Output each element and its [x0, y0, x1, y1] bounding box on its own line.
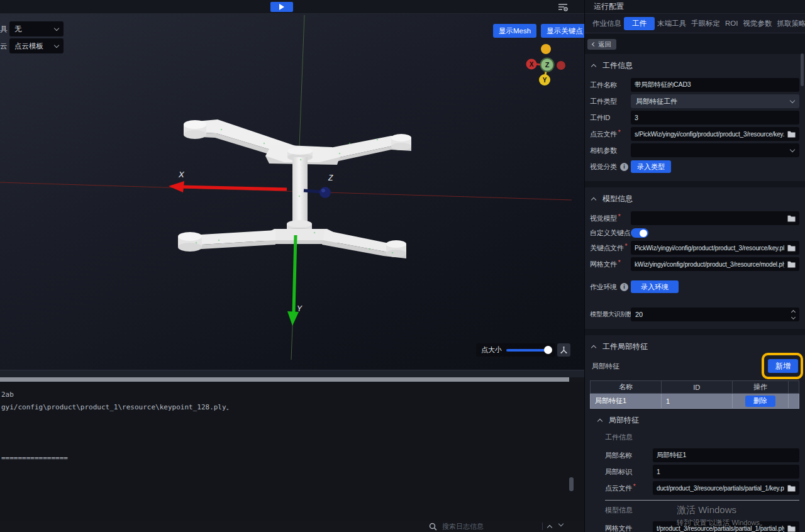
x-axis-line — [0, 182, 572, 200]
workpiece-name-input[interactable] — [631, 78, 799, 92]
search-next-icon[interactable] — [558, 521, 564, 526]
tab-job-info[interactable]: 作业信息 — [590, 17, 624, 30]
tab-hand-eye[interactable]: 手眼标定 — [689, 17, 723, 30]
col-header-name: 名称 — [591, 381, 662, 394]
search-prev-icon[interactable] — [547, 524, 552, 529]
config-panel: 运行配置 作业信息 工件 末端工具 手眼标定 ROI 视觉参数 抓取策略 返回 … — [585, 0, 805, 532]
slider-knob[interactable] — [544, 346, 552, 354]
point-size-label: 点大小 — [481, 345, 502, 355]
collapse-icon — [591, 64, 596, 69]
delete-button[interactable]: 删除 — [745, 396, 775, 407]
section-local-features: 工件局部特征 局部特征 新增 名称 ID 操作 局部 — [585, 335, 805, 532]
display-settings-icon[interactable] — [557, 3, 569, 12]
cell-name[interactable]: 局部特征1 — [591, 394, 662, 409]
cell-id[interactable]: 1 — [661, 394, 732, 409]
camera-params-select[interactable] — [631, 143, 799, 157]
tab-roi[interactable]: ROI — [723, 18, 740, 29]
tab-end-tool[interactable]: 末端工具 — [655, 17, 689, 30]
viewer-region: X Z Y X — [0, 0, 585, 532]
enter-type-button[interactable]: 录入类型 — [631, 160, 671, 173]
local-pointcloud-input[interactable] — [653, 481, 799, 495]
field-label: 工件类型 — [590, 97, 631, 106]
pointcloud-dropdown[interactable]: 点云模板 — [9, 38, 64, 53]
section-model-info: 模型信息 视觉模型 自定义关键点 关键点文件 — [585, 187, 805, 329]
show-mesh-button[interactable]: 显示Mesh — [493, 24, 536, 38]
field-label: 工件ID — [590, 113, 631, 123]
collapse-icon — [597, 419, 602, 424]
field-label: 工件名称 — [590, 80, 631, 90]
divider — [605, 500, 799, 501]
folder-icon[interactable] — [787, 261, 796, 268]
field-label: 视觉模型 — [590, 214, 631, 223]
local-name-input[interactable] — [653, 448, 799, 462]
log-output: 2ab gyi/config\product\product_1\resourc… — [0, 382, 584, 521]
table-row[interactable]: 局部特征1 1 删除 — [591, 394, 799, 409]
workpiece-type-select[interactable]: 局部特征工件 — [631, 94, 799, 108]
info-icon[interactable]: i — [620, 283, 628, 291]
vision-model-input[interactable] — [631, 211, 799, 225]
tab-bar: 作业信息 工件 末端工具 手眼标定 ROI 视觉参数 抓取策略 — [585, 14, 805, 33]
field-label: 相机参数 — [590, 146, 631, 155]
group-title-model: 模型信息 — [605, 506, 799, 515]
axes-toggle-button[interactable] — [557, 343, 570, 357]
log-vertical-scrollbar[interactable] — [569, 477, 574, 491]
log-line: ================ — [1, 454, 68, 462]
z-axis-label: Z — [328, 174, 333, 182]
gizmo-y-neg-ball — [541, 44, 551, 54]
z-axis-arrow: Z — [304, 174, 333, 198]
col-header-action: 操作 — [732, 381, 789, 394]
field-label: 视觉分类i — [590, 162, 631, 172]
orientation-gizmo[interactable]: X Z Y — [526, 44, 566, 86]
point-size-slider[interactable] — [506, 349, 550, 352]
folder-icon[interactable] — [787, 485, 796, 492]
info-icon[interactable]: i — [620, 163, 628, 171]
play-icon — [279, 4, 284, 10]
section-header[interactable]: 工件信息 — [592, 60, 799, 71]
field-label: 关键点文件 — [590, 243, 631, 253]
subsection-header[interactable]: 局部特征 — [598, 415, 799, 426]
chevron-down-icon — [54, 42, 59, 47]
field-label: 网格文件 — [605, 524, 653, 532]
3d-viewport[interactable]: X Z Y X — [0, 14, 584, 370]
pointcloud-dropdown-value: 点云模板 — [14, 42, 43, 51]
workpiece-id-input[interactable] — [631, 111, 799, 125]
x-axis-label: X — [178, 170, 185, 179]
show-keypoints-button[interactable]: 显示关键点 — [541, 24, 584, 38]
section-header[interactable]: 工件局部特征 — [592, 341, 799, 352]
back-button[interactable]: 返回 — [587, 39, 616, 50]
max-recognition-input[interactable] — [631, 308, 799, 321]
chevron-left-icon — [592, 42, 596, 47]
panel-scrollbar[interactable] — [801, 53, 804, 86]
section-header[interactable]: 模型信息 — [592, 194, 799, 204]
panel-title: 运行配置 — [585, 0, 805, 14]
tab-grasp-strategy[interactable]: 抓取策略 — [774, 17, 805, 30]
collapse-icon — [591, 345, 596, 350]
tool-dropdown-row: 具 无 — [0, 21, 64, 36]
custom-keypoints-toggle[interactable] — [631, 228, 648, 238]
tab-vision-params[interactable]: 视觉参数 — [740, 17, 774, 30]
tool-dropdown[interactable]: 无 — [9, 21, 64, 36]
folder-icon[interactable] — [787, 131, 796, 138]
gizmo-z-label: Z — [545, 61, 550, 69]
add-feature-button[interactable]: 新增 — [768, 359, 798, 373]
log-search-input[interactable] — [442, 523, 537, 530]
log-horizontal-scrollbar[interactable] — [0, 377, 569, 382]
tab-workpiece[interactable]: 工件 — [624, 17, 655, 30]
pointcloud-file-input[interactable] — [631, 127, 799, 141]
keypoint-file-input[interactable] — [631, 241, 799, 255]
log-line: 2ab — [1, 391, 14, 399]
pointcloud-dropdown-label: 云 — [0, 42, 8, 51]
chevron-down-icon — [790, 97, 795, 103]
number-stepper[interactable] — [792, 311, 795, 319]
run-button[interactable] — [270, 2, 293, 12]
field-label: 点云文件 — [590, 130, 631, 139]
viewer-toolbar — [0, 0, 584, 14]
folder-icon[interactable] — [787, 215, 796, 222]
mesh-file-input[interactable] — [631, 257, 799, 271]
enter-environment-button[interactable]: 录入环境 — [631, 280, 679, 293]
local-mesh-input[interactable] — [653, 521, 799, 532]
local-id-input[interactable] — [653, 465, 799, 479]
folder-icon[interactable] — [787, 245, 796, 252]
folder-icon[interactable] — [787, 525, 796, 532]
section-workpiece-info: 工件信息 工件名称 工件类型 局部特征工件 工件ID 点云文件 — [585, 54, 805, 181]
